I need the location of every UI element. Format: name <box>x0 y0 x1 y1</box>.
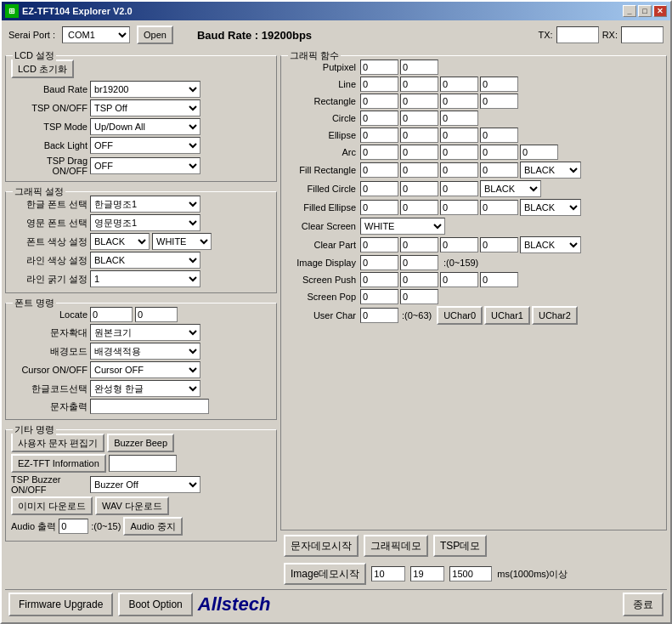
line-x2[interactable] <box>440 77 478 92</box>
font-fg-select[interactable]: BLACK <box>90 233 150 250</box>
eng-font-select[interactable]: 영문명조1 <box>90 214 200 231</box>
tsp-buzzer-select[interactable]: Buzzer Off <box>90 476 200 493</box>
filledellipse-rx[interactable] <box>440 200 478 215</box>
char-zoom-select[interactable]: 원본크기 <box>90 324 200 341</box>
fillrect-x1[interactable] <box>360 162 398 178</box>
uchar1-button[interactable]: UChar1 <box>484 306 530 325</box>
close-app-button[interactable]: 종료 <box>623 593 664 616</box>
rect-y2[interactable] <box>480 94 518 109</box>
firmware-upgrade-button[interactable]: Firmware Upgrade <box>8 593 113 616</box>
arc-y[interactable] <box>400 145 438 160</box>
screenpush-y2[interactable] <box>480 272 518 287</box>
filledcircle-y[interactable] <box>400 181 438 196</box>
lcd-init-button[interactable]: LCD 초기화 <box>11 60 74 78</box>
arc-a2[interactable] <box>520 145 558 160</box>
minimize-button[interactable]: _ <box>623 5 636 17</box>
imgdisp-y[interactable] <box>400 255 438 270</box>
screenpush-x1[interactable] <box>360 272 398 287</box>
ellipse-y[interactable] <box>400 128 438 143</box>
back-light-select[interactable]: OFF <box>90 137 200 154</box>
locate-y[interactable] <box>135 307 178 322</box>
screenpop-x[interactable] <box>360 289 398 304</box>
rect-x1[interactable] <box>360 94 398 109</box>
fillrect-y2[interactable] <box>480 162 518 178</box>
circle-y[interactable] <box>400 111 438 126</box>
filledcircle-color-select[interactable]: BLACK <box>480 180 541 197</box>
screenpop-y[interactable] <box>400 289 438 304</box>
line-x1[interactable] <box>360 77 398 92</box>
line-width-select[interactable]: 1 <box>90 270 200 287</box>
char-output-input[interactable] <box>90 399 209 414</box>
filledellipse-y[interactable] <box>400 200 438 215</box>
uchar0-button[interactable]: UChar0 <box>437 306 483 325</box>
circle-r[interactable] <box>440 111 478 126</box>
rect-y1[interactable] <box>400 94 438 109</box>
image-download-button[interactable]: 이미지 다운로드 <box>11 496 93 515</box>
filledellipse-color-select[interactable]: BLACK <box>520 199 581 216</box>
putpixel-x[interactable] <box>360 60 398 75</box>
tsp-onoff-select[interactable]: TSP Off <box>90 99 200 116</box>
ellipse-x[interactable] <box>360 128 398 143</box>
graphic-settings-group: 그래픽 설정 한글 폰트 선택 한글명조1 영문 폰트 선택 영문명조1 <box>5 191 277 293</box>
rect-x2[interactable] <box>440 94 478 109</box>
line-y2[interactable] <box>480 77 518 92</box>
arc-r[interactable] <box>440 145 478 160</box>
circle-x[interactable] <box>360 111 398 126</box>
locate-x[interactable] <box>90 307 133 322</box>
font-bg-select[interactable]: WHITE <box>152 233 212 250</box>
demo-val3[interactable] <box>449 566 492 581</box>
ellipse-ry[interactable] <box>480 128 518 143</box>
line-color-select[interactable]: BLACK <box>90 252 200 269</box>
wav-download-button[interactable]: WAV 다운로드 <box>95 496 169 515</box>
fillrect-y1[interactable] <box>400 162 438 178</box>
hangul-font-select[interactable]: 한글명조1 <box>90 196 200 213</box>
graphic-demo-button[interactable]: 그래픽데모 <box>364 535 428 557</box>
tx-input[interactable] <box>556 26 599 43</box>
maximize-button[interactable]: □ <box>638 5 652 17</box>
filledellipse-ry[interactable] <box>480 200 518 215</box>
screenpush-y1[interactable] <box>400 272 438 287</box>
tsp-mode-select[interactable]: Up/Down All <box>90 118 200 135</box>
filledellipse-x[interactable] <box>360 200 398 215</box>
tsp-demo-button[interactable]: TSP데모 <box>433 535 487 557</box>
uchar2-button[interactable]: UChar2 <box>532 306 578 325</box>
bg-mode-select[interactable]: 배경색적용 <box>90 343 200 360</box>
fillrect-color-select[interactable]: BLACK <box>520 162 581 179</box>
ez-info-input[interactable] <box>109 455 177 472</box>
imgdisp-x[interactable] <box>360 255 398 270</box>
boot-option-button[interactable]: Boot Option <box>118 593 192 616</box>
baud-rate-select[interactable]: br19200 <box>90 81 200 98</box>
arc-a1[interactable] <box>480 145 518 160</box>
fillrect-x2[interactable] <box>440 162 478 178</box>
demo-val1[interactable] <box>371 566 405 581</box>
putpixel-y[interactable] <box>400 60 438 75</box>
ellipse-rx[interactable] <box>440 128 478 143</box>
line-y1[interactable] <box>400 77 438 92</box>
close-button[interactable]: ✕ <box>653 5 667 17</box>
demo-val2[interactable] <box>410 566 444 581</box>
image-demo-button[interactable]: Image데모시작 <box>284 563 366 585</box>
buzzer-beep-button[interactable]: Buzzer Beep <box>107 434 174 452</box>
clearpart-y1[interactable] <box>400 237 438 252</box>
filledcircle-r[interactable] <box>440 181 478 196</box>
serial-port-combo[interactable]: COM1 <box>62 26 130 43</box>
clear-screen-select[interactable]: WHITE <box>360 218 445 235</box>
clearpart-x1[interactable] <box>360 237 398 252</box>
cursor-select[interactable]: Cursor OFF <box>90 361 200 378</box>
hangul-code-select[interactable]: 완성형 한글 <box>90 380 200 397</box>
arc-x[interactable] <box>360 145 398 160</box>
clearpart-x2[interactable] <box>440 237 478 252</box>
open-button[interactable]: Open <box>137 26 173 44</box>
filledcircle-x[interactable] <box>360 181 398 196</box>
clearpart-color-select[interactable]: BLACK <box>520 236 581 253</box>
char-demo-button[interactable]: 문자데모시작 <box>284 535 359 557</box>
userchar-input[interactable] <box>360 308 398 323</box>
user-char-edit-button[interactable]: 사용자 문자 편집기 <box>11 434 104 452</box>
audio-input[interactable] <box>59 519 88 534</box>
rx-input[interactable] <box>621 26 664 43</box>
ez-info-button[interactable]: EZ-TFT Information <box>11 454 106 473</box>
clearpart-y2[interactable] <box>480 237 518 252</box>
tsp-drag-select[interactable]: OFF <box>90 157 200 174</box>
audio-stop-button[interactable]: Audio 중지 <box>123 517 182 536</box>
screenpush-x2[interactable] <box>440 272 478 287</box>
